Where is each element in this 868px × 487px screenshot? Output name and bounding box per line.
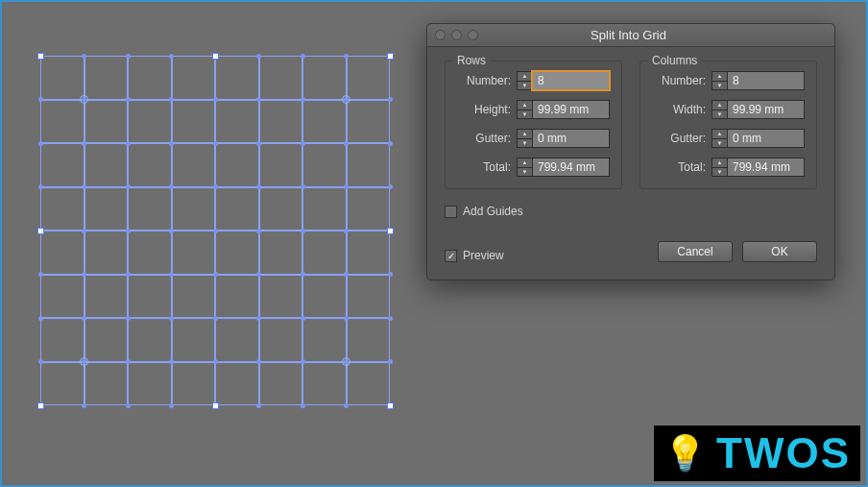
grid-cell[interactable] (84, 143, 129, 187)
grid-cell[interactable] (215, 100, 259, 144)
grid-cell[interactable] (172, 362, 216, 406)
grid-cell[interactable] (84, 100, 129, 144)
grid-cell[interactable] (347, 56, 391, 100)
grid-cell[interactable] (40, 187, 84, 231)
grid-cell[interactable] (40, 318, 84, 362)
grid-cell[interactable] (84, 318, 129, 362)
grid-cell[interactable] (259, 318, 303, 362)
grid-cell[interactable] (347, 318, 391, 362)
grid-cell[interactable] (302, 100, 347, 144)
rows-total-input[interactable]: 799.94 mm (532, 158, 610, 177)
minimize-icon[interactable] (451, 30, 462, 40)
rows-height-input[interactable]: 99.99 mm (532, 100, 610, 119)
grid-cell[interactable] (40, 231, 84, 275)
grid-cell[interactable] (172, 56, 216, 100)
rows-number-stepper[interactable]: ▲▼ (517, 71, 532, 90)
grid-cell[interactable] (172, 100, 216, 144)
grid-cell[interactable] (347, 231, 391, 275)
columns-number-stepper[interactable]: ▲▼ (711, 71, 727, 90)
grid-cell[interactable] (172, 231, 216, 275)
selection-handle-icon[interactable] (387, 228, 394, 234)
selection-handle-icon[interactable] (387, 53, 394, 60)
grid-cell[interactable] (259, 143, 303, 187)
grid-cell[interactable] (128, 318, 172, 362)
grid-cell[interactable] (172, 143, 216, 187)
grid-cell[interactable] (40, 362, 84, 406)
selection-handle-icon[interactable] (212, 402, 219, 409)
grid-cell[interactable] (302, 275, 347, 319)
grid-cell[interactable] (84, 187, 129, 231)
rows-height-stepper[interactable]: ▲▼ (517, 100, 532, 119)
columns-gutter-input[interactable]: 0 mm (727, 129, 805, 148)
grid-cell[interactable] (259, 275, 303, 319)
grid-cell[interactable] (215, 56, 259, 100)
grid-cell[interactable] (347, 187, 391, 231)
grid-cell[interactable] (215, 143, 259, 187)
close-icon[interactable] (435, 30, 446, 40)
grid-cell[interactable] (215, 231, 259, 275)
selection-handle-icon[interactable] (212, 53, 219, 60)
grid-cell[interactable] (347, 275, 391, 319)
grid-cell[interactable] (128, 187, 172, 231)
grid-cell[interactable] (215, 362, 259, 406)
grid-cell[interactable] (40, 100, 84, 144)
zoom-icon[interactable] (468, 30, 478, 40)
rotate-handle-icon[interactable] (80, 95, 88, 104)
grid-cell[interactable] (128, 56, 172, 100)
columns-width-stepper[interactable]: ▲▼ (711, 100, 727, 119)
grid-cell[interactable] (128, 143, 172, 187)
grid-cell[interactable] (302, 56, 347, 100)
grid-cell[interactable] (84, 275, 129, 319)
grid-cell[interactable] (172, 275, 216, 319)
grid-cell[interactable] (347, 362, 391, 406)
rotate-handle-icon[interactable] (342, 95, 350, 104)
grid-cell[interactable] (172, 187, 216, 231)
grid-cell[interactable] (347, 143, 391, 187)
grid-cell[interactable] (259, 56, 303, 100)
grid-cell[interactable] (128, 275, 172, 319)
grid-cell[interactable] (172, 318, 216, 362)
grid-cell[interactable] (215, 187, 259, 231)
grid-cell[interactable] (128, 231, 172, 275)
ok-button[interactable]: OK (742, 241, 817, 262)
grid-cell[interactable] (215, 275, 259, 319)
selection-handle-icon[interactable] (37, 402, 44, 409)
grid-cell[interactable] (302, 187, 347, 231)
columns-number-input[interactable]: 8 (727, 71, 805, 90)
grid-cell[interactable] (215, 318, 259, 362)
window-controls[interactable] (435, 30, 478, 40)
grid-cell[interactable] (347, 100, 391, 144)
grid-cell[interactable] (302, 143, 347, 187)
grid-cell[interactable] (302, 318, 347, 362)
grid-cell[interactable] (259, 362, 303, 406)
grid-cell[interactable] (302, 362, 347, 406)
selection-handle-icon[interactable] (37, 228, 44, 234)
grid-cell[interactable] (302, 231, 347, 275)
grid-cell[interactable] (40, 56, 84, 100)
columns-total-input[interactable]: 799.94 mm (727, 158, 805, 177)
columns-total-stepper[interactable]: ▲▼ (711, 158, 727, 177)
grid-cell[interactable] (128, 100, 172, 144)
cancel-button[interactable]: Cancel (658, 241, 733, 262)
columns-width-input[interactable]: 99.99 mm (727, 100, 805, 119)
preview-checkbox[interactable]: ✓ (445, 250, 457, 262)
dialog-titlebar[interactable]: Split Into Grid (427, 24, 834, 47)
grid-cell[interactable] (40, 275, 84, 319)
rows-total-stepper[interactable]: ▲▼ (517, 158, 532, 177)
rotate-handle-icon[interactable] (342, 357, 350, 366)
grid-cell[interactable] (259, 187, 303, 231)
grid-cell[interactable] (40, 143, 84, 187)
selection-handle-icon[interactable] (37, 53, 44, 60)
grid-cell[interactable] (84, 56, 129, 100)
grid-cell[interactable] (84, 231, 129, 275)
grid-cell[interactable] (259, 100, 303, 144)
add-guides-checkbox[interactable] (445, 206, 457, 218)
columns-gutter-stepper[interactable]: ▲▼ (711, 129, 727, 148)
rows-number-input[interactable]: 8 (532, 71, 610, 90)
grid-cell[interactable] (84, 362, 129, 406)
grid-cell[interactable] (259, 231, 303, 275)
rows-gutter-input[interactable]: 0 mm (532, 129, 610, 148)
rotate-handle-icon[interactable] (80, 357, 88, 366)
selection-handle-icon[interactable] (387, 402, 394, 409)
rows-gutter-stepper[interactable]: ▲▼ (517, 129, 532, 148)
